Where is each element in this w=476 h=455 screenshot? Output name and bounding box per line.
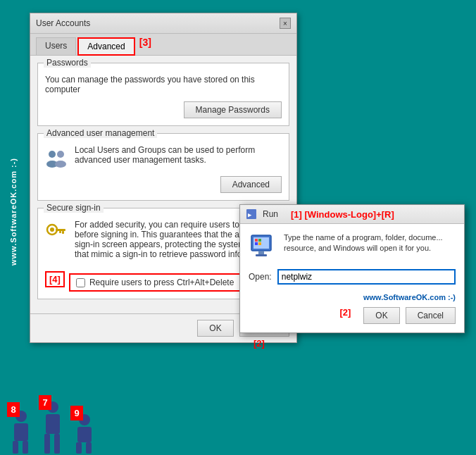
- figure-8-label: 8: [7, 402, 20, 417]
- figure-9: 9: [70, 409, 99, 455]
- passwords-description: You can manage the passwords you have st…: [45, 75, 282, 94]
- step3-label: [3]: [139, 37, 151, 55]
- step4-label: [4]: [45, 271, 65, 287]
- run-pc-icon: [249, 232, 277, 261]
- advanced-button[interactable]: Advanced: [220, 176, 282, 193]
- svg-rect-24: [46, 414, 60, 434]
- svg-rect-21: [13, 441, 18, 454]
- run-dialog-row: Type the name of a program, folder, docu…: [249, 232, 456, 261]
- run-open-row: Open:: [249, 269, 456, 285]
- svg-rect-20: [14, 423, 28, 441]
- run-icon: ▶: [246, 208, 257, 220]
- svg-rect-26: [54, 434, 60, 454]
- ctrl-alt-del-label: Require users to press Ctrl+Alt+Delete: [89, 278, 234, 287]
- left-watermark: www.SoftwareOK.com :-): [0, 35, 27, 387]
- svg-point-5: [50, 228, 54, 232]
- advanced-user-mgmt-section: Advanced user management Local Users and…: [37, 133, 289, 201]
- figure-9-label: 9: [70, 406, 83, 420]
- figure-8: 8: [7, 406, 35, 455]
- svg-rect-13: [258, 251, 264, 254]
- run-dialog: ▶ Run [1] [Windows-Logo]+[R] Type the na…: [239, 204, 465, 333]
- step2-outside-label: [2]: [253, 338, 265, 349]
- run-title-text: Run: [263, 209, 278, 219]
- run-open-input[interactable]: [277, 269, 456, 285]
- svg-rect-16: [258, 239, 261, 242]
- svg-point-0: [49, 151, 56, 158]
- svg-rect-17: [255, 242, 258, 245]
- tab-advanced[interactable]: Advanced: [77, 37, 134, 56]
- run-titlebar: ▶ Run [1] [Windows-Logo]+[R]: [240, 205, 464, 224]
- svg-rect-30: [86, 442, 92, 454]
- secure-description: For added security, you can require user…: [75, 220, 261, 259]
- svg-rect-22: [23, 441, 28, 454]
- svg-rect-18: [258, 242, 261, 245]
- step2-label: [2]: [339, 307, 351, 324]
- tab-users[interactable]: Users: [36, 37, 76, 56]
- passwords-section: Passwords You can manage the passwords y…: [37, 63, 289, 126]
- advanced-user-mgmt-description: Local Users and Groups can be used to pe…: [75, 145, 282, 165]
- figure-7: 7: [39, 399, 67, 455]
- run-ok-button[interactable]: OK: [363, 307, 399, 324]
- svg-rect-14: [256, 254, 267, 256]
- svg-rect-8: [59, 231, 61, 233]
- manage-passwords-button[interactable]: Manage Passwords: [184, 101, 282, 118]
- svg-point-3: [55, 161, 66, 168]
- key-icon: [45, 220, 68, 242]
- checkbox-row: Require users to press Ctrl+Alt+Delete: [69, 273, 241, 292]
- svg-rect-7: [62, 231, 64, 234]
- svg-rect-15: [255, 239, 258, 242]
- svg-rect-25: [44, 434, 50, 454]
- secure-signin-label: Secure sign-in: [44, 203, 104, 213]
- close-button[interactable]: ×: [280, 18, 291, 29]
- advanced-user-mgmt-label: Advanced user management: [44, 128, 157, 138]
- svg-point-2: [57, 151, 64, 158]
- passwords-section-label: Passwords: [44, 58, 91, 68]
- watermark-text: www.SoftwareOK.com :-): [9, 158, 18, 266]
- run-cancel-button[interactable]: Cancel: [406, 307, 456, 324]
- svg-rect-6: [56, 229, 65, 231]
- svg-rect-28: [77, 427, 92, 442]
- run-watermark: www.SoftwareOK.com :-): [249, 293, 456, 301]
- passwords-section-content: You can manage the passwords you have st…: [38, 63, 289, 125]
- dialog-titlebar: User Accounts ×: [30, 13, 296, 34]
- run-dialog-body: Type the name of a program, folder, docu…: [240, 224, 464, 332]
- bottom-figures: 8 7 9: [7, 399, 99, 455]
- ok-button[interactable]: OK: [197, 320, 233, 337]
- svg-rect-29: [76, 442, 82, 454]
- run-annotation: [1] [Windows-Logo]+[R]: [291, 209, 394, 220]
- run-dialog-footer: [2] OK Cancel: [249, 307, 456, 324]
- ctrl-alt-del-checkbox[interactable]: [76, 278, 85, 287]
- run-description: Type the name of a program, folder, docu…: [284, 232, 456, 261]
- figure-7-label: 7: [39, 395, 51, 410]
- advanced-user-mgmt-content: Local Users and Groups can be used to pe…: [38, 134, 289, 200]
- svg-text:▶: ▶: [248, 211, 252, 218]
- run-open-label: Open:: [249, 272, 272, 282]
- users-icon: [45, 147, 68, 170]
- dialog-title: User Accounts: [36, 18, 90, 28]
- tabs-container: Users Advanced [3]: [30, 34, 296, 56]
